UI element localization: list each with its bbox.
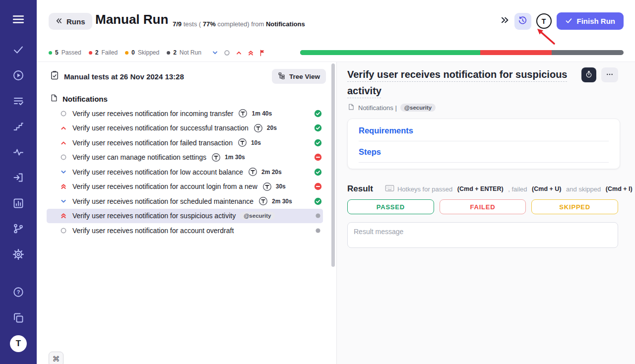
priority-normal-icon[interactable] — [223, 49, 231, 57]
priority-highest-icon[interactable] — [247, 49, 254, 57]
chart-icon[interactable] — [0, 197, 37, 209]
test-title: Verify user receives notification for sc… — [72, 197, 254, 205]
test-row[interactable]: Verify user receives notification for fa… — [47, 135, 323, 150]
legend-dot — [89, 51, 92, 55]
detail-sections-card: Requirements Steps — [347, 119, 620, 169]
test-meta: 30s — [257, 182, 286, 191]
legend-skipped: 0Skipped — [125, 49, 159, 56]
annotation-arrow — [528, 26, 558, 49]
list-check-icon[interactable] — [0, 95, 37, 107]
priority-low-icon[interactable] — [211, 49, 219, 57]
priority-highest-icon — [60, 182, 67, 190]
help-icon[interactable]: ? — [0, 286, 37, 298]
scrollbar-thumb[interactable] — [331, 63, 335, 267]
fast-forward-icon[interactable] — [500, 15, 509, 27]
breadcrumb-text[interactable]: Notifications | — [358, 104, 397, 112]
keyboard-icon — [385, 184, 394, 193]
file-icon — [50, 94, 58, 104]
check-icon — [565, 17, 572, 26]
legend-dot — [167, 51, 170, 55]
priority-high-icon — [60, 139, 67, 147]
duration: 30s — [276, 183, 286, 190]
steps-icon[interactable] — [0, 121, 37, 132]
run-progress-bar — [300, 50, 624, 55]
suite-folder-row[interactable]: Notifications — [47, 91, 323, 106]
run-clipboard-icon — [50, 70, 60, 82]
logo-letter: T — [10, 335, 27, 352]
test-logo-icon — [248, 167, 257, 177]
test-title: Verify user receives notification for ac… — [72, 227, 234, 235]
test-title: Verify user receives notification for in… — [72, 110, 233, 118]
test-row[interactable]: Verify user receives notification for ac… — [47, 180, 323, 194]
top-actions: T Finish Run — [500, 12, 624, 30]
flag-icon[interactable] — [259, 49, 266, 57]
test-row[interactable]: Verify user receives notification for sc… — [47, 194, 323, 209]
mark-passed-button[interactable]: PASSED — [347, 199, 434, 214]
priority-low-icon — [60, 197, 67, 205]
import-icon[interactable] — [0, 172, 37, 183]
test-list-panel: Manual tests at 26 Nov 2024 13:28 Tree V… — [37, 62, 336, 364]
test-detail-panel: Verify user receives notification for su… — [337, 62, 635, 364]
more-options-button[interactable] — [601, 67, 618, 82]
status-failed-icon — [314, 182, 322, 190]
test-list: Verify user receives notification for in… — [47, 106, 323, 238]
test-row[interactable]: Verify user receives notification for su… — [47, 121, 323, 136]
test-meta: 2m 20s — [243, 167, 282, 177]
ellipsis-icon — [606, 70, 614, 80]
test-title: Verify user receives notification for su… — [72, 212, 236, 220]
status-notrun-icon — [314, 227, 322, 235]
page-title: Manual Run — [95, 12, 168, 27]
command-key-hint[interactable]: ⌘ — [49, 352, 64, 364]
test-row[interactable]: Verify user receives notification for ac… — [47, 223, 323, 238]
copy-icon[interactable] — [0, 312, 37, 324]
history-clock-icon — [518, 16, 527, 27]
check-icon[interactable] — [0, 44, 37, 56]
sidebar: ? T — [0, 0, 37, 364]
priority-normal-icon — [60, 153, 67, 161]
timer-button[interactable] — [581, 67, 596, 82]
tag-badge[interactable]: @security — [400, 104, 436, 112]
test-title: Verify user receives notification for ac… — [72, 182, 257, 190]
legend-dot — [125, 51, 128, 55]
app-logo[interactable]: T — [0, 335, 37, 352]
test-logo-icon — [262, 182, 272, 191]
tag-badge[interactable]: @security — [240, 212, 275, 220]
test-row[interactable]: Verify user receives notification for su… — [47, 209, 323, 224]
test-row[interactable]: Verify user receives notification for in… — [47, 106, 323, 121]
progress-failed — [480, 50, 552, 55]
section-steps[interactable]: Steps — [359, 141, 609, 163]
priority-high-icon[interactable] — [235, 49, 243, 57]
section-requirements[interactable]: Requirements — [359, 126, 609, 141]
test-logo-icon — [211, 153, 221, 162]
status-passed-icon — [314, 110, 322, 118]
app-window: ? T Runs Manual Run 7/9 tests ( 77% comp… — [0, 0, 635, 364]
pulse-icon[interactable] — [0, 146, 37, 158]
status-passed-icon — [314, 197, 322, 205]
test-tree: Notifications Verify user receives notif… — [47, 91, 323, 238]
status-passed-icon — [314, 124, 322, 132]
mark-skipped-button[interactable]: SKIPPED — [531, 199, 618, 214]
duration: 10s — [251, 139, 261, 146]
menu-icon[interactable] — [0, 13, 37, 26]
breadcrumb: Notifications | @security — [347, 103, 436, 112]
branch-icon[interactable] — [0, 223, 37, 235]
gear-icon[interactable] — [0, 248, 37, 260]
result-row: Result Hotkeys for passed (Cmd + ENTER) … — [347, 184, 633, 194]
play-circle-icon[interactable] — [0, 69, 37, 81]
result-message-input[interactable] — [347, 222, 618, 248]
test-row[interactable]: Verify user can manage notification sett… — [47, 150, 323, 165]
finish-run-button[interactable]: Finish Run — [557, 12, 624, 30]
test-meta: @security — [236, 212, 275, 220]
progress-passed — [300, 50, 480, 55]
test-logo-icon — [254, 123, 263, 133]
duration: 20s — [267, 124, 277, 131]
back-to-runs-button[interactable]: Runs — [49, 13, 92, 30]
hotkeys-hint: Hotkeys for passed (Cmd + ENTER) , faile… — [385, 184, 633, 193]
tree-view-button[interactable]: Tree View — [272, 69, 326, 84]
tree-structure-icon — [278, 72, 285, 81]
duration: 1m 30s — [225, 154, 245, 161]
test-row[interactable]: Verify user receives notification for lo… — [47, 165, 323, 180]
test-logo-icon — [238, 109, 248, 118]
duration: 2m 20s — [261, 169, 282, 176]
mark-failed-button[interactable]: FAILED — [440, 199, 526, 214]
